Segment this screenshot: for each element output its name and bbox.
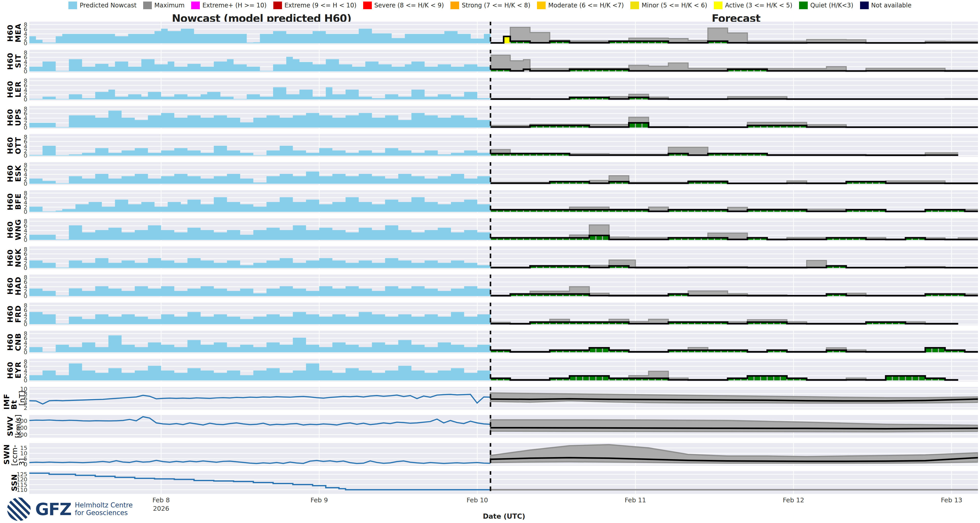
y-tick: 300 — [9, 431, 27, 438]
x-axis-label: Date (UTC) — [483, 512, 525, 520]
legend-item-9: Quiet (H/K<3) — [799, 2, 853, 9]
legend-item-3: Extreme (9 <= H < 10) — [273, 2, 356, 9]
row-h60-cnb: H60CNB02468 — [0, 331, 980, 354]
plot-h60-sit — [29, 50, 978, 73]
gfz-subtitle: Helmholtz Centre for Geosciences — [75, 502, 133, 517]
y-tick: 8 — [9, 49, 27, 56]
legend-label: Maximum — [154, 2, 185, 9]
legend-label: Active (3 <= H/K < 5) — [725, 2, 792, 9]
legend-item-1: Maximum — [143, 2, 185, 9]
y-tick: 15 — [9, 445, 27, 451]
plot-h60-eyr — [29, 359, 978, 381]
x-tick: Feb 13 — [941, 496, 963, 504]
row-h60-sit: H60SIT02468 — [0, 50, 980, 73]
legend-label: Quiet (H/K<3) — [810, 2, 853, 9]
row-h60-mea: H60MEA02468 — [0, 22, 980, 45]
gfz-globe-icon — [7, 497, 30, 521]
plot-h60-cnb — [29, 331, 978, 354]
legend-swatch — [537, 2, 546, 9]
legend-item-4: Severe (8 <= H/K < 9) — [363, 2, 444, 9]
legend-item-0: Predicted Nowcast — [68, 2, 136, 9]
plot-h60-mea — [29, 22, 978, 45]
legend-swatch — [860, 2, 869, 9]
legend: Predicted NowcastMaximumExtreme+ (H >= 1… — [0, 2, 980, 9]
y-tick: 8 — [9, 302, 27, 309]
plot-h60-ler — [29, 78, 978, 100]
legend-label: Strong (7 <= H/K < 8) — [462, 2, 530, 9]
row-swv: SWV[km/s]300400500 — [0, 415, 980, 438]
x-tick: Feb 11 — [625, 496, 646, 504]
y-tick: 8 — [9, 359, 27, 365]
y-tick: 8 — [9, 274, 27, 281]
y-tick: 8 — [9, 78, 27, 84]
legend-swatch — [273, 2, 282, 9]
row-h60-frd: H60FRD02468 — [0, 303, 980, 325]
row-ssn: SSN110115120125 — [0, 471, 980, 494]
y-tick: 400 — [9, 424, 27, 431]
row-h60-bfe: H60BFE02468 — [0, 190, 980, 213]
y-tick: 8 — [9, 162, 27, 168]
y-tick: 8 — [9, 190, 27, 196]
row-h60-had: H60HAD02468 — [0, 274, 980, 297]
plot-h60-wng — [29, 218, 978, 241]
y-tick: 8 — [9, 218, 27, 225]
legend-swatch — [714, 2, 722, 9]
x-tick: Feb 12 — [783, 496, 804, 504]
row-imf-bt: IMF Bt[nT]246810 — [0, 387, 980, 410]
y-tick: 10 — [9, 386, 27, 392]
plot-imf-bt — [29, 387, 978, 410]
row-h60-wng: H60WNG02468 — [0, 218, 980, 241]
legend-swatch — [630, 2, 639, 9]
plot-h60-ups — [29, 106, 978, 129]
row-h60-esk: H60ESK02468 — [0, 162, 980, 185]
y-tick: 500 — [9, 418, 27, 424]
legend-swatch — [363, 2, 372, 9]
y-tick: 125 — [9, 471, 27, 478]
legend-item-7: Minor (5 <= H/K < 6) — [630, 2, 707, 9]
y-tick: 8 — [9, 330, 27, 337]
gfz-wordmark: GFZ — [35, 499, 71, 519]
legend-label: Extreme+ (H >= 10) — [202, 2, 267, 9]
gfz-logo: GFZ Helmholtz Centre for Geosciences — [7, 497, 133, 521]
legend-label: Moderate (6 <= H/K <7) — [548, 2, 624, 9]
row-h60-eyr: H60EYR02468 — [0, 359, 980, 381]
legend-swatch — [799, 2, 808, 9]
legend-swatch — [450, 2, 459, 9]
plot-h60-had — [29, 274, 978, 297]
legend-item-5: Strong (7 <= H/K < 8) — [450, 2, 530, 9]
legend-swatch — [68, 2, 77, 9]
x-tick: Feb 8 — [152, 496, 170, 504]
plot-h60-frd — [29, 303, 978, 325]
row-h60-ott: H60OTT02468 — [0, 134, 980, 157]
y-tick: 8 — [9, 106, 27, 112]
legend-label: Predicted Nowcast — [80, 2, 136, 9]
legend-item-6: Moderate (6 <= H/K <7) — [537, 2, 624, 9]
plot-h60-ngk — [29, 246, 978, 269]
legend-label: Minor (5 <= H/K < 6) — [641, 2, 707, 9]
plot-h60-ott — [29, 134, 978, 157]
row-h60-ler: H60LER02468 — [0, 78, 980, 100]
plot-h60-esk — [29, 162, 978, 185]
legend-label: Not available — [871, 2, 912, 9]
legend-label: Severe (8 <= H/K < 9) — [374, 2, 444, 9]
legend-item-10: Not available — [860, 2, 912, 9]
plot-ssn — [29, 471, 978, 494]
x-tick-year: 2026 — [153, 505, 169, 512]
plot-swv — [29, 415, 978, 438]
legend-label: Extreme (9 <= H < 10) — [285, 2, 356, 9]
row-h60-ngk: H60NGK02468 — [0, 246, 980, 269]
plot-swn — [29, 443, 978, 466]
row-h60-ups: H60UPS02468 — [0, 106, 980, 129]
plot-h60-bfe — [29, 190, 978, 213]
y-tick: 8 — [9, 134, 27, 140]
legend-item-2: Extreme+ (H >= 10) — [191, 2, 267, 9]
x-tick: Feb 9 — [310, 496, 328, 504]
forecast-cell-active — [504, 37, 510, 43]
x-tick: Feb 10 — [466, 496, 488, 504]
y-tick: 8 — [9, 246, 27, 253]
legend-swatch — [191, 2, 200, 9]
row-swn: SWN[ccm-3]051015 — [0, 443, 980, 466]
legend-swatch — [143, 2, 152, 9]
y-tick: 8 — [9, 21, 27, 28]
legend-item-8: Active (3 <= H/K < 5) — [714, 2, 792, 9]
